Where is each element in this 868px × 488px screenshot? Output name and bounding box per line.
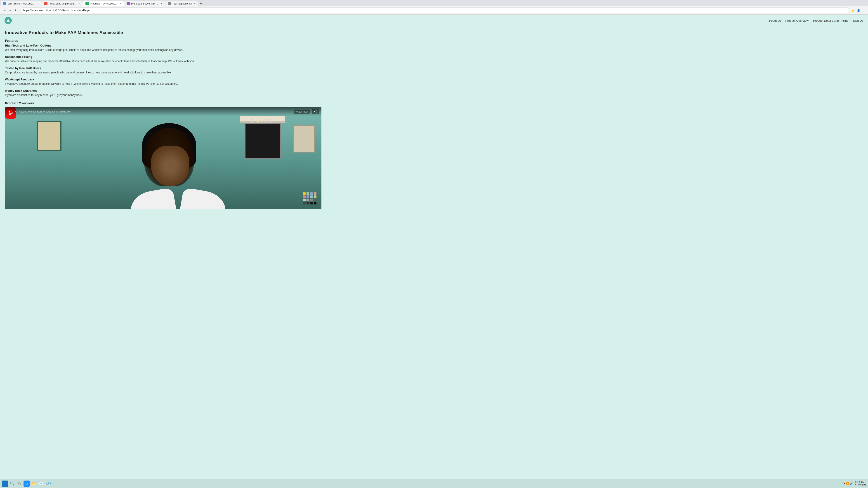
feature-4: We Accept Feedback If you have feedback … [5, 78, 863, 86]
taskbar: ⊞ 🔍 ⧉ e 📁 📧 </> ^ ♦ 📶 🔊 9:25 PM 11/7/202… [0, 479, 868, 488]
svg-point-0 [7, 20, 9, 21]
tab-2[interactable]: FreeCodeCamp Product Landing... × [42, 1, 83, 6]
tab-1[interactable]: Edit Project TreeCodeCamp Pro... × [1, 1, 41, 6]
feature-1: High-Tech and Low-Tech Options We offer … [5, 44, 863, 52]
tab-5-close[interactable]: × [193, 2, 195, 5]
feature-3-title: Tested by Real PAP Users [5, 66, 863, 70]
extension-icon[interactable]: ⭐ [851, 8, 855, 13]
feature-5-title: Money Back Guarantee [5, 89, 863, 92]
start-button[interactable]: ⊞ [2, 481, 8, 487]
back-button[interactable]: ← [2, 8, 7, 13]
watch-later-button[interactable]: Watch later [293, 109, 310, 113]
tab-4-close[interactable]: × [160, 2, 163, 5]
video-scene: FAITH [5, 107, 321, 209]
feature-2-desc: We pride ourselves on keeping our produc… [5, 59, 863, 63]
tab-1-close[interactable]: × [37, 2, 39, 5]
files-taskbar[interactable]: 📁 [31, 481, 37, 487]
system-tray: ^ ♦ 📶 🔊 [842, 482, 853, 485]
nav-product-overview[interactable]: Product Overview [785, 19, 809, 22]
code-taskbar[interactable]: </> [45, 481, 52, 487]
mail-taskbar[interactable]: 📧 [38, 481, 44, 487]
feature-5: Money Back Guarantee If you are dissatis… [5, 89, 863, 97]
video-container[interactable]: ▶ PAP Access Without Sight Product Overv… [5, 107, 321, 209]
tab-bar: Edit Project TreeCodeCamp Pro... × FreeC… [0, 0, 868, 6]
forward-button[interactable]: → [8, 8, 13, 13]
feature-1-desc: We offer everything from custom Braille … [5, 48, 863, 52]
menu-icon[interactable]: ⋮ [862, 8, 866, 13]
taskbar-icons: ⊞ 🔍 ⧉ e 📁 📧 </> [2, 481, 52, 487]
tab-2-close[interactable]: × [78, 2, 81, 5]
nav-features[interactable]: Features [769, 19, 781, 22]
product-overview-heading: Product Overview [5, 101, 863, 105]
person-silhouette [144, 123, 208, 209]
page-title: Innovative Products to Make PAP Machines… [5, 30, 863, 35]
mini-toolbar [303, 192, 317, 204]
face [151, 146, 189, 186]
clock: 9:25 PM 11/7/2024 [855, 481, 866, 486]
feature-4-title: We Accept Feedback [5, 78, 863, 81]
features-heading: Features [5, 39, 863, 42]
site-nav-links: Features Product Overview Product Detail… [769, 19, 864, 22]
tab-3[interactable]: Products | PAP Access Without S... × [83, 1, 124, 6]
share-button[interactable] [312, 109, 319, 114]
video-top-bar: ▶ PAP Access Without Sight Product Overv… [5, 107, 321, 116]
nav-buttons: ← → ↻ [2, 8, 19, 13]
frame-inner [38, 122, 60, 150]
nav-product-details[interactable]: Product Details and Pricing [813, 19, 848, 22]
right-decor [293, 125, 315, 153]
browser-icons: ⭐ 👤 ⋮ [851, 8, 866, 13]
picture-frame [37, 121, 61, 151]
tab-5[interactable]: Your Repositories × [165, 1, 198, 6]
feature-2-title: Reasonable Pricing [5, 55, 863, 59]
reload-button[interactable]: ↻ [13, 8, 19, 13]
browser-taskbar[interactable]: e [24, 481, 30, 487]
feature-3: Tested by Real PAP Users Our products ar… [5, 66, 863, 74]
video-title: PAP Access Without Sight Product Overvie… [13, 110, 70, 113]
site-nav: Features Product Overview Product Detail… [0, 15, 868, 26]
video-top-right: Watch later [293, 109, 319, 114]
fireplace-box [245, 123, 281, 159]
taskview-button[interactable]: ⧉ [16, 481, 23, 487]
site-logo [4, 17, 12, 24]
browser-chrome: Edit Project TreeCodeCamp Pro... × FreeC… [0, 0, 868, 15]
tab-4[interactable]: I've created several programmin... × [124, 1, 165, 6]
fireplace-area: FAITH [240, 116, 285, 180]
feature-4-desc: If you have feedback on our products, we… [5, 82, 863, 86]
taskbar-right: ^ ♦ 📶 🔊 9:25 PM 11/7/2024 [842, 481, 866, 486]
main-content: Innovative Products to Make PAP Machines… [0, 26, 868, 213]
new-tab-button[interactable]: + [198, 1, 204, 6]
search-taskbar[interactable]: 🔍 [9, 481, 16, 487]
address-input[interactable] [20, 7, 849, 13]
youtube-logo: ▶ [8, 110, 12, 113]
feature-2: Reasonable Pricing We pride ourselves on… [5, 55, 863, 63]
video-title-bar: ▶ PAP Access Without Sight Product Overv… [8, 110, 70, 113]
feature-1-title: High-Tech and Low-Tech Options [5, 44, 863, 47]
address-bar-row: ← → ↻ ⭐ 👤 ⋮ [0, 6, 868, 14]
tab-3-close[interactable]: × [119, 2, 122, 5]
feature-5-desc: If you are dissatisfied for any reason, … [5, 93, 863, 97]
profile-icon[interactable]: 👤 [856, 8, 861, 13]
feature-3-desc: Our products are tested by real users, p… [5, 70, 863, 74]
nav-sign-up[interactable]: Sign Up [853, 19, 864, 22]
